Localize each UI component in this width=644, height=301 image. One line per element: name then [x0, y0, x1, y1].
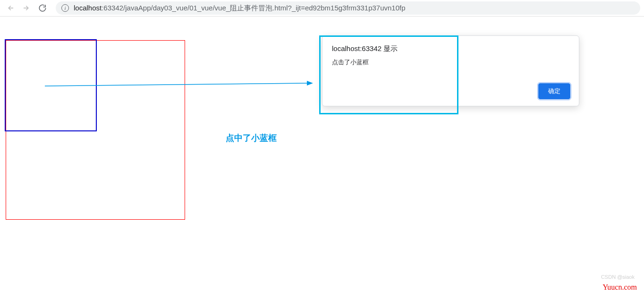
annotation-text: 点中了小蓝框	[226, 132, 277, 144]
watermark-yuucn: Yuucn.com	[603, 283, 637, 292]
page-content: 点中了小蓝框 localhost:63342 显示 点击了小蓝框 确定	[0, 17, 644, 28]
arrow-right-icon	[22, 4, 31, 12]
reload-icon	[38, 4, 47, 12]
url-host: localhost	[74, 4, 102, 12]
alert-buttons: 确定	[538, 83, 570, 99]
url-port: :63342	[102, 4, 123, 12]
url-path: /javaApp/day03_vue/01_vue/vue_阻止事件冒泡.htm…	[123, 4, 405, 12]
arrow-left-icon	[6, 4, 15, 12]
forward-button[interactable]	[20, 1, 33, 15]
watermark-csdn: CSDN @siaok	[601, 274, 635, 280]
address-bar[interactable]: i localhost:63342/javaApp/day03_vue/01_v…	[56, 1, 640, 15]
info-icon[interactable]: i	[61, 4, 69, 12]
alert-dialog: localhost:63342 显示 点击了小蓝框 确定	[322, 35, 579, 106]
browser-toolbar: i localhost:63342/javaApp/day03_vue/01_v…	[0, 0, 644, 17]
back-button[interactable]	[4, 1, 17, 15]
ok-button[interactable]: 确定	[538, 83, 570, 99]
alert-message: 点击了小蓝框	[332, 58, 569, 67]
url-text: localhost:63342/javaApp/day03_vue/01_vue…	[74, 4, 406, 13]
blue-box[interactable]	[5, 39, 97, 131]
svg-marker-3	[307, 81, 313, 86]
reload-button[interactable]	[36, 1, 49, 15]
alert-title: localhost:63342 显示	[332, 44, 569, 53]
